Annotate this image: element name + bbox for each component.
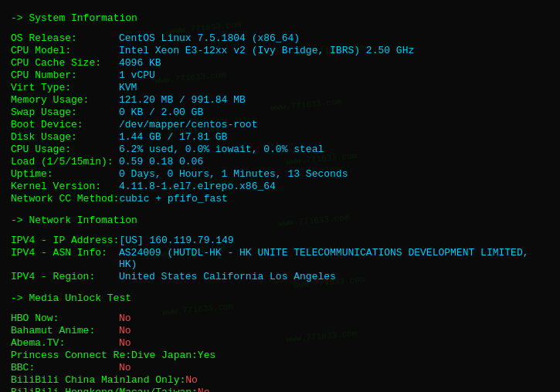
network-cc-row: Network CC Method: cubic + pfifo_fast [11,193,549,204]
cpu-usage-row: CPU Usage: 6.2% used, 0.0% iowait, 0.0% … [11,144,549,155]
network-section-header: -> Network Infomation [11,215,549,226]
load-label: Load (1/5/15min): [11,156,119,167]
os-release-label: OS Release: [11,32,119,44]
cpu-number-label: CPU Number: [11,69,119,81]
bilibili-hk-label: BiliBili Hongkong/Macau/Taiwan: [11,387,198,392]
bahamut-label: Bahamut Anime: [11,325,119,336]
uptime-row: Uptime: 0 Days, 0 Hours, 1 Minutes, 13 S… [11,168,549,180]
abema-label: Abema.TV: [11,337,119,349]
bilibili-china-label: BiliBili China Mainland Only: [11,374,185,386]
virt-type-label: Virt Type: [11,82,119,93]
memory-usage-value: 121.20 MB / 991.84 MB [119,94,246,106]
bbc-row: BBC: No [11,362,549,373]
cpu-number-row: CPU Number: 1 vCPU [11,69,549,81]
os-release-row: OS Release: CentOS Linux 7.5.1804 (x86_6… [11,32,549,44]
cpu-model-row: CPU Model: Intel Xeon E3-12xx v2 (Ivy Br… [11,45,549,56]
bahamut-value: No [119,325,131,336]
bahamut-row: Bahamut Anime: No [11,325,549,336]
memory-usage-label: Memory Usage: [11,94,119,106]
swap-usage-label: Swap Usage: [11,106,119,118]
ipv4-region-label: IPV4 - Region: [11,271,119,282]
memory-usage-row: Memory Usage: 121.20 MB / 991.84 MB [11,94,549,106]
hbo-row: HBO Now: No [11,313,549,324]
princess-label: Princess Connect Re:Dive Japan: [11,350,198,361]
cpu-cache-value: 4096 KB [119,57,161,69]
cpu-cache-row: CPU Cache Size: 4096 KB [11,57,549,69]
ipv4-asn-row: IPV4 - ASN Info: AS24009 (HUTDL-HK - HK … [11,247,549,270]
virt-type-row: Virt Type: KVM [11,82,549,93]
kernel-label: Kernel Version: [11,181,119,192]
ipv4-region-value: United States California Los Angeles [119,271,336,282]
cpu-model-value: Intel Xeon E3-12xx v2 (Ivy Bridge, IBRS)… [119,45,414,56]
virt-type-value: KVM [119,82,137,93]
uptime-value: 0 Days, 0 Hours, 1 Minutes, 13 Seconds [119,168,348,180]
bilibili-china-row: BiliBili China Mainland Only: No [11,374,549,386]
load-value: 0.59 0.18 0.06 [119,156,203,167]
abema-value: No [119,337,131,349]
bilibili-hk-row: BiliBili Hongkong/Macau/Taiwan: No [11,387,549,392]
boot-device-value: /dev/mapper/centos-root [119,119,257,130]
cpu-cache-label: CPU Cache Size: [11,57,119,69]
system-section-header: -> System Information [11,12,549,24]
media-section-header: -> Media Unlock Test [11,292,549,304]
swap-usage-value: 0 KB / 2.00 GB [119,106,203,118]
bilibili-hk-value: No [198,387,210,392]
ipv4-address-label: IPV4 - IP Address: [11,235,119,246]
princess-row: Princess Connect Re:Dive Japan: Yes [11,350,549,361]
ipv4-asn-label: IPV4 - ASN Info: [11,247,119,270]
cpu-number-value: 1 vCPU [119,69,155,81]
kernel-row: Kernel Version: 4.11.8-1.el7.elrepo.x86_… [11,181,549,192]
boot-device-row: Boot Device: /dev/mapper/centos-root [11,119,549,130]
princess-value: Yes [198,350,216,361]
ipv4-asn-value: AS24009 (HUTDL-HK - HK UNITE TELECOMMUNI… [119,247,549,270]
kernel-value: 4.11.8-1.el7.elrepo.x86_64 [119,181,276,192]
network-cc-label: Network CC Method: [11,193,119,204]
cpu-usage-value: 6.2% used, 0.0% iowait, 0.0% steal [119,144,324,155]
bbc-value: No [119,362,131,373]
cpu-usage-label: CPU Usage: [11,144,119,155]
cpu-model-label: CPU Model: [11,45,119,56]
ipv4-address-value: [US] 160.119.79.149 [119,235,233,246]
hbo-value: No [119,313,131,324]
swap-usage-row: Swap Usage: 0 KB / 2.00 GB [11,106,549,118]
uptime-label: Uptime: [11,168,119,180]
bilibili-china-value: No [185,374,198,386]
disk-usage-label: Disk Usage: [11,131,119,143]
boot-device-label: Boot Device: [11,119,119,130]
network-cc-value: cubic + pfifo_fast [119,193,227,204]
ipv4-region-row: IPV4 - Region: United States California … [11,271,549,282]
disk-usage-row: Disk Usage: 1.44 GB / 17.81 GB [11,131,549,143]
abema-row: Abema.TV: No [11,337,549,349]
load-row: Load (1/5/15min): 0.59 0.18 0.06 [11,156,549,167]
disk-usage-value: 1.44 GB / 17.81 GB [119,131,227,143]
bbc-label: BBC: [11,362,119,373]
os-release-value: CentOS Linux 7.5.1804 (x86_64) [119,32,300,44]
hbo-label: HBO Now: [11,313,119,324]
ipv4-address-row: IPV4 - IP Address: [US] 160.119.79.149 [11,235,549,246]
